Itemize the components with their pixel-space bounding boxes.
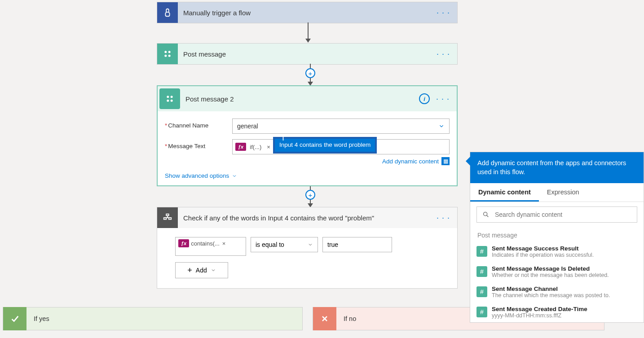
chevron-down-icon <box>308 242 313 247</box>
connector-arrow <box>305 22 311 43</box>
tab-expression[interactable]: Expression <box>539 183 587 202</box>
trigger-icon <box>157 2 178 23</box>
post-message-menu-button[interactable]: · · · <box>437 49 450 59</box>
svg-rect-8 <box>166 214 169 216</box>
post-message-2-title: Post message 2 <box>180 95 419 103</box>
svg-line-16 <box>487 215 489 217</box>
dynamic-item-desc: yyyy-MM-ddTHH:mm:ss.fffZ <box>492 312 587 319</box>
svg-point-1 <box>168 51 171 53</box>
svg-point-0 <box>164 51 167 53</box>
dynamic-item-desc: Whether or not the message has been dele… <box>492 272 609 278</box>
dynamic-item-title: Sent Message Success Result <box>492 245 594 252</box>
close-icon <box>313 307 336 330</box>
dynamic-item-title: Sent Message Message Is Deleted <box>492 265 609 272</box>
dynamic-content-search[interactable] <box>476 206 637 223</box>
if-no-label: If no <box>336 315 356 322</box>
search-icon <box>482 211 490 218</box>
token-tooltip: I Input 4 contains the word problem <box>273 137 377 154</box>
condition-icon <box>157 207 178 228</box>
remove-token-button[interactable]: × <box>267 144 270 150</box>
dynamic-content-item[interactable]: # Sent Message Message Is Deleted Whethe… <box>470 262 644 282</box>
condition-card: Check if any of the words in Input 4 con… <box>157 207 458 289</box>
add-dynamic-content-button[interactable]: ▦ <box>441 157 450 165</box>
channel-name-value: general <box>237 123 258 130</box>
svg-rect-11 <box>164 218 167 219</box>
fx-icon: ƒx <box>178 239 189 247</box>
dynamic-item-title: Sent Message Created Date-Time <box>492 306 587 312</box>
chevron-down-icon <box>232 173 237 179</box>
info-button[interactable]: i <box>419 93 430 104</box>
add-dynamic-content-link[interactable]: Add dynamic content <box>382 158 439 165</box>
condition-operator-dropdown[interactable]: is equal to <box>251 237 318 252</box>
chevron-down-icon <box>438 123 445 129</box>
slack-icon <box>157 44 178 64</box>
svg-point-4 <box>167 96 169 98</box>
post-message-title: Post message <box>178 50 437 58</box>
show-advanced-options-link[interactable]: Show advanced options <box>165 168 450 179</box>
if-yes-branch[interactable]: If yes <box>3 307 303 330</box>
message-text-label: *Message Text <box>165 139 232 149</box>
check-icon <box>3 307 26 330</box>
trigger-menu-button[interactable]: · · · <box>437 8 450 18</box>
dynamic-group-title: Post message <box>470 227 644 241</box>
svg-point-6 <box>167 100 169 102</box>
flow-canvas: Manually trigger a flow · · · Post messa… <box>0 0 644 338</box>
svg-rect-12 <box>169 218 172 219</box>
dynamic-content-banner: Add dynamic content from the apps and co… <box>470 152 644 183</box>
post-message-card[interactable]: Post message · · · <box>157 43 458 65</box>
dynamic-content-item[interactable]: # Sent Message Channel The channel which… <box>470 282 644 302</box>
dynamic-content-item[interactable]: # Sent Message Success Result Indicates … <box>470 241 644 262</box>
insert-step-button[interactable]: + <box>305 190 315 200</box>
slack-icon: # <box>476 307 487 317</box>
condition-menu-button[interactable]: · · · <box>437 213 450 223</box>
remove-token-button[interactable]: × <box>222 240 226 247</box>
condition-left-operand[interactable]: ƒx contains(... × <box>175 237 246 256</box>
dynamic-item-title: Sent Message Channel <box>492 285 610 292</box>
condition-title: Check if any of the words in Input 4 con… <box>178 214 437 222</box>
add-condition-button[interactable]: + Add <box>175 262 228 278</box>
slack-icon: # <box>476 246 487 257</box>
slack-icon: # <box>476 266 487 277</box>
post-message-2-card: Post message 2 i · · · *Channel Name gen… <box>157 85 458 186</box>
search-input[interactable] <box>495 211 631 218</box>
condition-right-operand[interactable]: true <box>322 237 392 252</box>
if-yes-label: If yes <box>26 315 49 322</box>
svg-point-3 <box>168 55 171 57</box>
dynamic-item-desc: Indicates if the operation was successfu… <box>492 252 594 258</box>
connector-arrow: + <box>305 186 315 207</box>
chevron-down-icon <box>211 268 216 273</box>
svg-point-15 <box>484 212 487 215</box>
tab-dynamic-content[interactable]: Dynamic content <box>470 183 539 202</box>
message-text-input[interactable]: ƒx if(...) × I Input 4 contains the word… <box>232 139 450 154</box>
expression-token[interactable]: contains(... <box>191 240 220 247</box>
post-message-2-menu-button[interactable]: · · · <box>436 94 450 104</box>
svg-point-5 <box>171 96 173 98</box>
connector-arrow: + <box>305 64 315 86</box>
slack-icon: # <box>476 286 487 297</box>
channel-name-dropdown[interactable]: general <box>232 119 450 134</box>
slack-icon <box>159 88 180 109</box>
channel-name-label: *Channel Name <box>165 119 232 129</box>
dynamic-item-desc: The channel which the message was posted… <box>492 292 610 298</box>
fx-icon: ƒx <box>235 143 246 151</box>
dynamic-content-item[interactable]: # Sent Message Created Date-Time yyyy-MM… <box>470 302 644 322</box>
dynamic-content-panel: Add dynamic content from the apps and co… <box>470 152 644 323</box>
condition-operator-value: is equal to <box>256 241 284 248</box>
insert-step-button[interactable]: + <box>305 68 315 78</box>
trigger-title: Manually trigger a flow <box>178 9 437 17</box>
svg-point-7 <box>171 100 173 102</box>
svg-point-2 <box>164 55 167 57</box>
expression-token[interactable]: if(...) <box>248 144 264 150</box>
trigger-card[interactable]: Manually trigger a flow · · · <box>157 2 458 23</box>
